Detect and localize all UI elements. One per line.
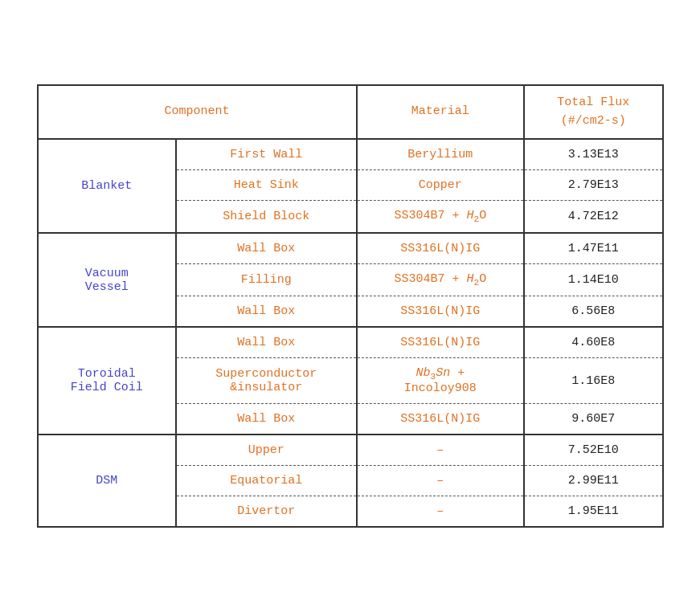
material-cell: SS316L(N)IG <box>357 296 524 328</box>
material-cell: SS316L(N)IG <box>357 404 524 435</box>
flux-cell: 1.14E10 <box>524 264 661 296</box>
table-row: ToroidalField CoilWall BoxSS316L(N)IG4.6… <box>39 327 662 358</box>
group-label: ToroidalField Coil <box>39 327 176 435</box>
material-cell: Nb3Sn +Incoloy908 <box>357 358 524 404</box>
material-cell: SS316L(N)IG <box>357 327 524 358</box>
component-cell: Shield Block <box>176 201 357 234</box>
component-cell: Wall Box <box>176 233 357 264</box>
group-label: VacuumVessel <box>39 233 176 327</box>
material-cell: – <box>357 496 524 527</box>
component-cell: Wall Box <box>176 296 357 328</box>
data-table: Component Material Total Flux(#/cm2-s) B… <box>39 86 662 526</box>
material-cell: Copper <box>357 170 524 201</box>
material-cell: – <box>357 466 524 496</box>
header-component: Component <box>39 86 357 139</box>
flux-cell: 6.56E8 <box>524 296 661 328</box>
material-cell: – <box>357 435 524 466</box>
table-row: BlanketFirst WallBeryllium3.13E13 <box>39 139 662 170</box>
group-label: DSM <box>39 435 176 526</box>
component-cell: Upper <box>176 435 357 466</box>
component-cell: Equatorial <box>176 466 357 496</box>
flux-cell: 3.13E13 <box>524 139 661 170</box>
component-cell: Wall Box <box>176 404 357 435</box>
flux-cell: 1.47E11 <box>524 233 661 264</box>
flux-cell: 1.16E8 <box>524 358 661 404</box>
material-cell: SS316L(N)IG <box>357 233 524 264</box>
flux-cell: 1.95E11 <box>524 496 661 527</box>
material-cell: SS304B7 + H2O <box>357 264 524 296</box>
component-cell: Divertor <box>176 496 357 527</box>
header-flux: Total Flux(#/cm2-s) <box>524 86 661 139</box>
table-row: VacuumVesselWall BoxSS316L(N)IG1.47E11 <box>39 233 662 264</box>
flux-cell: 2.79E13 <box>524 170 661 201</box>
material-cell: SS304B7 + H2O <box>357 201 524 234</box>
header-row: Component Material Total Flux(#/cm2-s) <box>39 86 662 139</box>
group-label: Blanket <box>39 139 176 233</box>
flux-cell: 4.60E8 <box>524 327 661 358</box>
flux-cell: 2.99E11 <box>524 466 661 496</box>
component-cell: Superconductor&insulator <box>176 358 357 404</box>
flux-cell: 7.52E10 <box>524 435 661 466</box>
header-material: Material <box>357 86 524 139</box>
flux-cell: 9.60E7 <box>524 404 661 435</box>
component-cell: Filling <box>176 264 357 296</box>
material-cell: Beryllium <box>357 139 524 170</box>
flux-cell: 4.72E12 <box>524 201 661 234</box>
main-table-wrapper: Component Material Total Flux(#/cm2-s) B… <box>37 84 664 528</box>
component-cell: Wall Box <box>176 327 357 358</box>
component-cell: First Wall <box>176 139 357 170</box>
table-row: DSMUpper–7.52E10 <box>39 435 662 466</box>
component-cell: Heat Sink <box>176 170 357 201</box>
